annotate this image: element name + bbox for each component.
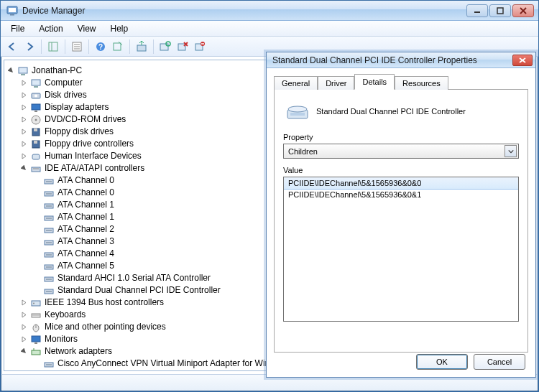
no-twisty	[33, 177, 41, 185]
tree-item-label: ATA Channel 2	[57, 223, 114, 235]
tree-item-label: D-Link Wireless G DWA-510 Desktop Adapte…	[57, 370, 233, 371]
svg-rect-62	[32, 301, 40, 306]
value-row[interactable]: PCIIDE\IDEChannel\5&1565936&0&1	[284, 189, 518, 200]
svg-point-79	[288, 106, 307, 112]
svg-rect-26	[21, 74, 25, 75]
menu-file[interactable]: File	[4, 22, 32, 35]
dropdown-icon	[505, 145, 517, 157]
svg-rect-68	[32, 336, 40, 342]
forward-button[interactable]	[21, 39, 38, 55]
tab-details[interactable]: Details	[354, 74, 395, 90]
expand-icon[interactable]	[20, 311, 28, 319]
tree-item-label: Standard Dual Channel PCI IDE Controller	[57, 284, 221, 297]
menu-view[interactable]: View	[70, 22, 103, 35]
svg-rect-43	[46, 181, 52, 182]
svg-text:?: ?	[98, 43, 103, 51]
device-category-icon	[30, 102, 42, 113]
device-category-icon	[30, 322, 42, 333]
tree-category-label: IEEE 1394 Bus host controllers	[45, 297, 164, 309]
device-item-icon	[43, 261, 55, 272]
collapse-icon[interactable]	[7, 67, 15, 75]
tree-category-label: DVD/CD-ROM drives	[45, 113, 126, 126]
expand-icon[interactable]	[20, 299, 28, 307]
show-hide-tree-button[interactable]	[45, 39, 62, 55]
update-driver-button[interactable]	[133, 39, 150, 55]
svg-rect-47	[46, 205, 52, 207]
svg-rect-4	[497, 8, 503, 14]
tab-driver[interactable]: Driver	[318, 76, 354, 90]
tab-panel-details: Standard Dual Channel PCI IDE Controller…	[274, 90, 528, 353]
tree-category-label: Computer	[45, 77, 83, 89]
tree-item-label: ATA Channel 3	[57, 235, 114, 248]
no-twisty	[33, 274, 41, 282]
collapse-icon[interactable]	[20, 164, 28, 172]
property-dropdown[interactable]: Children	[283, 144, 519, 159]
expand-icon[interactable]	[20, 140, 28, 148]
collapse-icon[interactable]	[20, 347, 28, 355]
close-button[interactable]	[512, 4, 534, 17]
value-row[interactable]: PCIIDE\IDEChannel\5&1565936&0&0	[283, 177, 519, 190]
tree-category-label: IDE ATA/ATAPI controllers	[45, 162, 144, 174]
expand-icon[interactable]	[20, 91, 28, 99]
no-twisty	[33, 225, 41, 233]
action-button[interactable]	[109, 39, 126, 55]
svg-rect-40	[32, 167, 40, 172]
dialog-title: Standard Dual Channel PCI IDE Controller…	[272, 55, 477, 65]
properties-button[interactable]	[68, 39, 86, 55]
dialog-titlebar[interactable]: Standard Dual Channel PCI IDE Controller…	[267, 52, 535, 68]
back-button[interactable]	[4, 39, 21, 55]
tree-category-label: Mice and other pointing devices	[45, 321, 166, 333]
tab-resources[interactable]: Resources	[395, 76, 448, 90]
tree-item-label: Standard AHCI 1.0 Serial ATA Controller	[57, 272, 211, 284]
no-twisty	[33, 250, 41, 258]
window-title: Device Manager	[22, 6, 85, 16]
menu-action[interactable]: Action	[32, 22, 70, 35]
titlebar[interactable]: Device Manager	[1, 1, 538, 21]
device-category-icon	[30, 151, 42, 162]
no-twisty	[33, 201, 41, 209]
expand-icon[interactable]	[20, 335, 28, 343]
device-category-icon	[30, 297, 42, 309]
svg-point-30	[34, 94, 37, 97]
device-category-icon	[30, 90, 42, 101]
tree-item-label: Cisco AnyConnect VPN Virtual Miniport Ad…	[57, 358, 290, 370]
tree-category-label: Disk drives	[45, 89, 87, 101]
device-category-icon	[30, 346, 42, 358]
scan-button[interactable]	[157, 39, 174, 55]
value-listbox[interactable]: PCIIDE\IDEChannel\5&1565936&0&0 PCIIDE\I…	[283, 177, 519, 322]
dialog-close-button[interactable]	[512, 55, 533, 66]
disable-button[interactable]	[191, 39, 208, 55]
tree-category-label: Floppy disk drives	[45, 126, 114, 138]
svg-rect-61	[46, 291, 52, 292]
svg-rect-49	[46, 218, 52, 219]
no-twisty	[33, 238, 41, 246]
svg-rect-27	[32, 80, 40, 85]
menu-help[interactable]: Help	[103, 22, 136, 35]
expand-icon[interactable]	[20, 323, 28, 331]
minimize-button[interactable]	[466, 4, 488, 17]
expand-icon[interactable]	[20, 152, 28, 160]
device-category-icon	[30, 126, 42, 138]
svg-rect-31	[32, 104, 40, 110]
tree-category-label: Network adapters	[45, 345, 112, 358]
device-category-icon	[30, 78, 42, 89]
device-item-icon	[43, 285, 55, 297]
svg-rect-2	[10, 14, 14, 16]
expand-icon[interactable]	[20, 128, 28, 136]
help-button[interactable]: ?	[92, 39, 109, 55]
svg-point-34	[35, 118, 37, 121]
expand-icon[interactable]	[20, 103, 28, 111]
no-twisty	[33, 213, 41, 221]
maximize-button[interactable]	[489, 4, 511, 17]
uninstall-button[interactable]	[174, 39, 191, 55]
svg-rect-39	[32, 154, 40, 159]
expand-icon[interactable]	[20, 79, 28, 87]
dialog-tabstrip: General Driver Details Resources	[274, 74, 528, 90]
cancel-button[interactable]: Cancel	[474, 354, 525, 370]
tab-general[interactable]: General	[274, 76, 318, 90]
value-label: Value	[283, 166, 519, 174]
tree-item-label: ATA Channel 0	[57, 174, 114, 187]
svg-rect-57	[46, 266, 52, 268]
ok-button[interactable]: OK	[416, 354, 468, 370]
expand-icon[interactable]	[20, 116, 28, 123]
